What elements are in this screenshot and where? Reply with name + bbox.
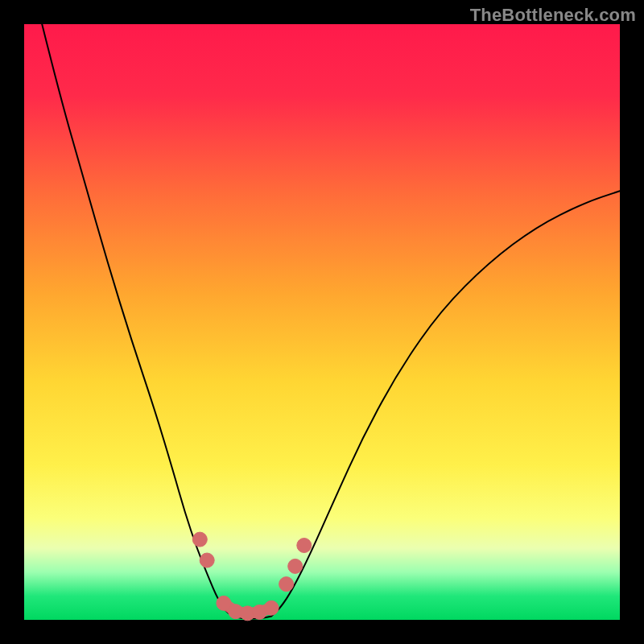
data-marker — [192, 532, 207, 547]
data-marker — [200, 553, 214, 568]
data-marker — [297, 539, 312, 553]
watermark-text: TheBottleneck.com — [470, 5, 636, 26]
data-marker — [279, 577, 294, 592]
data-marker — [288, 559, 303, 573]
curve-layer — [24, 24, 620, 620]
chart-stage: TheBottleneck.com — [0, 0, 644, 644]
data-marker — [264, 601, 279, 615]
marker-group — [192, 532, 311, 621]
valley-curve — [42, 24, 620, 619]
